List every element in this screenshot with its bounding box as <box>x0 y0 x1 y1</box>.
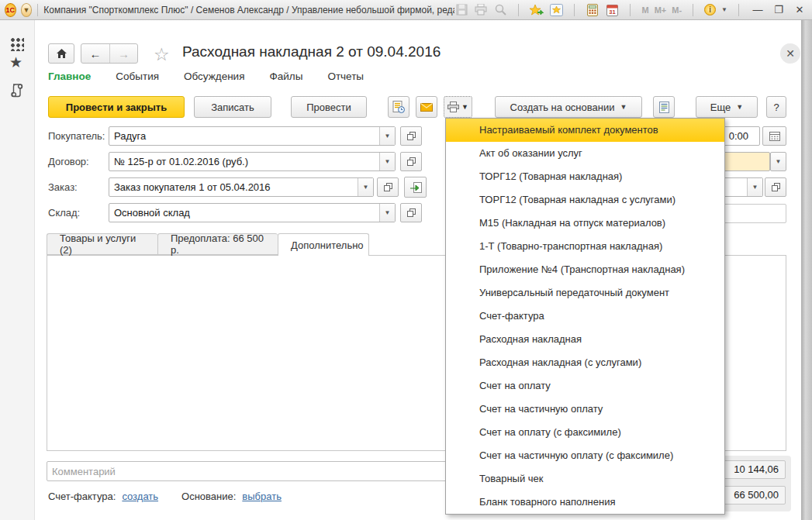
warehouse-label: Склад: <box>48 207 80 219</box>
print-menu-item[interactable]: Приложение №4 (Транспортная накладная) <box>446 258 724 281</box>
info-dropdown-icon[interactable]: ▼ <box>721 6 727 13</box>
print-menu-item[interactable]: Акт об оказании услуг <box>446 142 724 165</box>
close-button[interactable]: ✕ <box>792 4 807 15</box>
chevron-down-icon[interactable]: ▼ <box>747 178 762 196</box>
info-icon[interactable]: i <box>704 4 716 15</box>
tab-glavnoe[interactable]: Главное <box>48 71 91 82</box>
print-menu-item[interactable]: Расходная накладная <box>446 328 724 351</box>
calendar-icon[interactable]: 31 <box>605 3 619 17</box>
contract-label: Договор: <box>48 156 89 167</box>
invoice-create-link[interactable]: создать <box>122 491 158 502</box>
more-label: Еще <box>710 102 731 113</box>
date-calendar-button[interactable] <box>762 126 786 146</box>
close-form-icon[interactable]: ✕ <box>780 43 800 64</box>
memory-m-minus-button[interactable]: M- <box>672 5 682 15</box>
chevron-down-icon[interactable]: ▼ <box>379 127 395 145</box>
print-menu-item[interactable]: ТОРГ12 (Товарная накладная с услугами) <box>446 188 724 212</box>
print-menu-item[interactable]: Счет-фактура <box>446 305 724 328</box>
print-menu-item[interactable]: Счет на оплату <box>446 374 724 398</box>
tool-sidebar: ★ <box>0 20 35 520</box>
buyer-field[interactable]: Радуга ▼ <box>109 126 396 146</box>
help-button[interactable]: ? <box>766 96 786 118</box>
print-menu-item[interactable]: Счет на частичную оплату (с факсимиле) <box>446 444 724 467</box>
save-icon[interactable] <box>454 3 468 17</box>
buyer-label: Покупатель: <box>48 130 105 142</box>
tab-goods-services[interactable]: Товары и услуги (2) <box>47 233 157 255</box>
history-nav-group: ← → <box>81 43 138 64</box>
print-menu-item[interactable]: Настраиваемый комплект документов <box>446 119 724 142</box>
favorites-icon[interactable]: ★ <box>9 53 22 71</box>
create-on-basis-button[interactable]: Создать на основании ▼ <box>495 96 642 118</box>
warehouse-field[interactable]: Основной склад ▼ <box>109 203 396 222</box>
print-menu-item[interactable]: Расходная накладная (с услугами) <box>446 351 724 374</box>
print-menu-item[interactable]: М15 (Накладная на отпуск материалов) <box>446 212 724 235</box>
print-menu-item[interactable]: Бланк товарного наполнения <box>446 491 724 514</box>
warehouse-value: Основной склад <box>109 207 379 219</box>
save-button[interactable]: Записать <box>194 96 271 118</box>
section-tabs: Главное События Обсуждения Файлы Отчеты <box>48 71 364 82</box>
more-button[interactable]: Еще ▼ <box>696 96 758 118</box>
favorites-list-icon[interactable] <box>549 3 563 17</box>
home-button[interactable] <box>48 43 74 64</box>
chevron-down-icon[interactable]: ▼ <box>379 153 395 170</box>
print-menu-item[interactable]: Универсальный передаточный документ <box>446 281 724 305</box>
chevron-down-icon: ▼ <box>736 103 743 111</box>
print-menu-button[interactable]: ▼ <box>444 96 472 118</box>
contract-open-button[interactable] <box>400 152 422 171</box>
titlebar: 1C ▼ Компания "Спорткомплекс Плюс" / Сем… <box>0 0 812 20</box>
basis-select-link[interactable]: выбрать <box>242 491 282 502</box>
application-window: 1C ▼ Компания "Спорткомплекс Плюс" / Сем… <box>0 0 812 520</box>
operation-dropdown-button[interactable]: ▼ <box>770 152 786 171</box>
contract-field[interactable]: № 125-р от 01.02.2016 (руб.) ▼ <box>109 152 396 171</box>
order-fill-button[interactable] <box>404 177 427 198</box>
print-menu-item[interactable]: 1-Т (Товарно-транспортная накладная) <box>446 235 724 258</box>
divider <box>630 4 631 16</box>
print-menu-item[interactable]: Счет на оплату (с факсимиле) <box>446 421 724 444</box>
print-menu-item[interactable]: ТОРГ12 (Товарная накладная) <box>446 165 724 188</box>
warehouse-open-button[interactable] <box>400 203 422 222</box>
maximize-button[interactable]: ❐ <box>771 4 786 15</box>
all-functions-menu-icon[interactable] <box>9 36 24 51</box>
order-open-button[interactable] <box>377 177 399 197</box>
chevron-down-icon: ▼ <box>461 103 468 111</box>
post-and-close-button[interactable]: Провести и закрыть <box>48 96 185 118</box>
tab-additional[interactable]: Дополнительно <box>278 233 369 256</box>
reports-button[interactable] <box>653 96 675 118</box>
page-title: Расходная накладная 2 от 09.04.2016 <box>182 43 441 60</box>
calculator-icon[interactable] <box>586 3 599 17</box>
posting-structure-button[interactable] <box>388 96 409 118</box>
print-menu-item[interactable]: Счет на частичную оплату <box>446 398 724 421</box>
tab-prepayment[interactable]: Предоплата: 66 500 р. <box>157 233 278 255</box>
create-on-basis-label: Создать на основании <box>510 102 615 113</box>
history-icon[interactable] <box>9 82 25 98</box>
divider <box>37 4 38 16</box>
minimize-button[interactable]: — <box>750 4 765 15</box>
svg-text:31: 31 <box>609 8 615 15</box>
add-favorite-icon[interactable] <box>530 3 544 17</box>
invoice-row: Счет-фактура: создать Основание: выбрать <box>48 491 282 502</box>
chevron-down-icon[interactable]: ▼ <box>379 204 395 222</box>
buyer-open-button[interactable] <box>400 126 422 146</box>
print-menu-item[interactable]: Товарный чек <box>446 467 724 491</box>
tab-otchety[interactable]: Отчеты <box>327 71 364 82</box>
send-email-button[interactable] <box>416 96 437 118</box>
chevron-down-icon[interactable]: ▼ <box>358 178 373 196</box>
print-dropdown-menu: Настраиваемый комплект документов Акт об… <box>445 118 725 515</box>
organization-open-button[interactable] <box>765 177 786 197</box>
order-field[interactable]: Заказ покупателя 1 от 05.04.2016 ▼ <box>109 177 374 197</box>
tab-obsuzhdeniya[interactable]: Обсуждения <box>184 71 244 82</box>
memory-m-button[interactable]: M <box>641 5 648 15</box>
print-preview-icon[interactable] <box>493 3 507 17</box>
memory-m-plus-button[interactable]: M+ <box>655 5 667 15</box>
tab-faily[interactable]: Файлы <box>269 71 302 82</box>
forward-button[interactable]: → <box>109 44 137 63</box>
favorite-star-icon[interactable]: ☆ <box>154 44 170 65</box>
tab-sobytiya[interactable]: События <box>116 71 159 82</box>
divider <box>574 4 575 16</box>
back-button[interactable]: ← <box>81 44 109 63</box>
divider <box>518 4 519 16</box>
divider <box>738 4 739 16</box>
system-menu-button[interactable]: ▼ <box>21 3 33 17</box>
post-button[interactable]: Провести <box>291 96 367 118</box>
print-icon[interactable] <box>474 3 488 17</box>
